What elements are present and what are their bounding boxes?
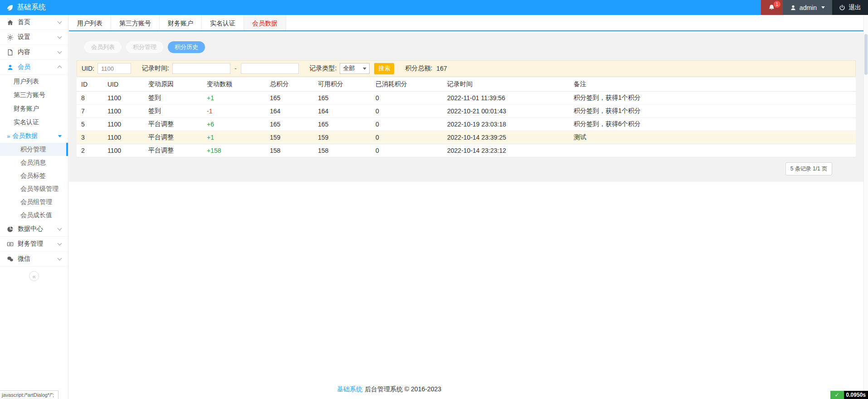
sidebar-collapse-button[interactable]: « (29, 271, 39, 281)
wechat-icon (6, 256, 14, 263)
logout-label: 退出 (848, 4, 861, 12)
column-header-consumed: 已消耗积分 (371, 78, 443, 91)
sidebar-item-label: 积分管理 (20, 146, 46, 154)
member-icon (6, 64, 14, 71)
pill-points-management[interactable]: 积分管理 (126, 41, 163, 53)
column-header-remark: 备注 (569, 78, 856, 91)
sidebar-item-label: 会员标签 (20, 172, 46, 180)
table-row[interactable]: 2 1100 平台调整 +158 158 158 0 2022-10-14 23… (77, 144, 856, 157)
sidebar-item-member-message[interactable]: 会员消息 (0, 156, 68, 169)
sidebar-item-finance[interactable]: 财务管理 (0, 237, 68, 252)
column-header-uid: UID (103, 78, 144, 91)
record-type-label: 记录类型: (310, 64, 337, 73)
sidebar-item-member[interactable]: 会员 (0, 60, 68, 75)
chevron-down-icon (58, 49, 62, 54)
sidebar-item-label: 设置 (18, 33, 30, 41)
user-name: admin (800, 4, 817, 11)
tab-realname-auth[interactable]: 实名认证 (202, 15, 244, 30)
column-header-reason: 变动原因 (144, 78, 202, 91)
sidebar-item-third-party-account[interactable]: 第三方账号 (0, 88, 68, 102)
arrow-right-icon: » (7, 133, 10, 140)
column-header-id: ID (77, 78, 103, 91)
sidebar-item-label: 用户列表 (14, 78, 39, 86)
footer-brand-link[interactable]: 基础系统 (337, 385, 362, 393)
notifications-button[interactable]: 1 (761, 0, 783, 15)
table-row[interactable]: 5 1100 平台调整 +6 165 165 0 2022-10-19 23:0… (77, 117, 856, 131)
home-icon (6, 19, 14, 26)
column-header-total: 总积分 (265, 78, 313, 91)
footer: 基础系统后台管理系统 © 2016-2023 (69, 385, 709, 394)
sidebar-item-realname-auth[interactable]: 实名认证 (0, 116, 68, 129)
table-row[interactable]: 3 1100 平台调整 +1 159 159 0 2022-10-14 23:3… (77, 131, 856, 144)
sidebar-item-member-growth[interactable]: 会员成长值 (0, 209, 68, 222)
points-history-table: ID UID 变动原因 变动数额 总积分 可用积分 已消耗积分 记录时间 备注 … (77, 78, 856, 157)
footer-text: 后台管理系统 © 2016-2023 (365, 385, 441, 393)
chevron-down-icon (58, 34, 62, 39)
delta-value: -1 (202, 104, 265, 117)
sidebar-item-label: 实名认证 (14, 118, 39, 127)
uid-input[interactable] (98, 63, 131, 74)
record-time-label: 记录时间: (142, 64, 169, 73)
points-history-panel: 会员列表 积分管理 积分历史 UID: 记录时间: - 记录类型: 全部 搜索 … (69, 33, 863, 182)
table-header-row: ID UID 变动原因 变动数额 总积分 可用积分 已消耗积分 记录时间 备注 (77, 78, 856, 91)
table-row[interactable]: 8 1100 签到 +1 165 165 0 2022-11-01 11:39:… (77, 91, 856, 104)
sidebar-item-wechat[interactable]: 微信 (0, 252, 68, 267)
sidebar-item-member-level[interactable]: 会员等级管理 (0, 182, 68, 195)
pagination: 5 条记录 1/1 页 (77, 157, 856, 177)
sidebar-item-label: 财务账户 (14, 105, 39, 113)
sub-nav-pills: 会员列表 积分管理 积分历史 (84, 41, 856, 53)
pill-points-history[interactable]: 积分历史 (168, 41, 205, 53)
file-icon (6, 49, 14, 56)
sidebar-item-home[interactable]: 首页 (0, 15, 68, 30)
chevron-down-icon (58, 241, 62, 246)
column-header-delta: 变动数额 (202, 78, 265, 91)
money-icon (6, 241, 14, 248)
column-header-available: 可用积分 (313, 78, 371, 91)
sidebar-item-data-center[interactable]: 数据中心 (0, 222, 68, 237)
sidebar-item-user-list[interactable]: 用户列表 (0, 75, 68, 88)
sidebar-item-settings[interactable]: 设置 (0, 30, 68, 45)
sidebar-item-finance-account[interactable]: 财务账户 (0, 102, 68, 116)
tab-user-list[interactable]: 用户列表 (69, 15, 111, 30)
pagination-summary[interactable]: 5 条记录 1/1 页 (785, 162, 832, 175)
sidebar-item-content[interactable]: 内容 (0, 45, 68, 60)
scrollbar-thumb[interactable] (864, 34, 868, 75)
sidebar-item-member-tag[interactable]: 会员标签 (0, 169, 68, 182)
sidebar-item-label: 财务管理 (18, 240, 43, 248)
tab-member-data[interactable]: 会员数据 (244, 15, 286, 30)
logout-button[interactable]: 退出 (832, 0, 868, 15)
sidebar-item-label: 第三方账号 (14, 91, 45, 99)
brand[interactable]: 基础系统 (0, 3, 52, 12)
pill-member-list[interactable]: 会员列表 (84, 41, 122, 53)
chevron-up-icon (58, 66, 62, 70)
sidebar-item-label: 会员 (18, 63, 30, 71)
chevron-down-icon (58, 226, 62, 231)
record-type-select[interactable]: 全部 (340, 63, 370, 74)
chevron-down-icon (821, 6, 825, 9)
sidebar-item-points-management[interactable]: 积分管理 (0, 143, 68, 156)
scrollbar-track[interactable] (863, 15, 868, 399)
user-menu[interactable]: admin (783, 0, 832, 15)
table-row[interactable]: 7 1100 签到 -1 164 164 0 2022-10-21 00:01:… (77, 104, 856, 117)
uid-label: UID: (82, 65, 94, 72)
search-button[interactable]: 搜索 (374, 63, 394, 74)
brand-title: 基础系统 (17, 3, 46, 12)
sidebar-item-member-data[interactable]: » 会员数据 (0, 129, 68, 143)
chevron-down-icon (58, 19, 62, 24)
leaf-logo-icon (6, 4, 14, 11)
sidebar-footer: « (0, 271, 68, 281)
delta-value: +1 (202, 91, 265, 104)
record-type-value: 全部 (343, 64, 355, 73)
sidebar-item-label: 首页 (18, 18, 30, 26)
notification-badge: 1 (774, 1, 780, 8)
filter-bar: UID: 记录时间: - 记录类型: 全部 搜索 积分总额: 167 (77, 60, 856, 77)
start-time-input[interactable] (172, 63, 230, 74)
tab-third-party-account[interactable]: 第三方账号 (111, 15, 160, 30)
main-content: 用户列表 第三方账号 财务账户 实名认证 会员数据 会员列表 积分管理 积分历史… (69, 15, 863, 399)
tab-finance-account[interactable]: 财务账户 (160, 15, 202, 30)
chevron-down-icon (363, 68, 366, 70)
trace-status-icon[interactable]: ✓ (830, 391, 844, 399)
sidebar-item-member-group[interactable]: 会员组管理 (0, 195, 68, 209)
end-time-input[interactable] (241, 63, 299, 74)
trace-time[interactable]: 0.0950s (844, 391, 868, 399)
